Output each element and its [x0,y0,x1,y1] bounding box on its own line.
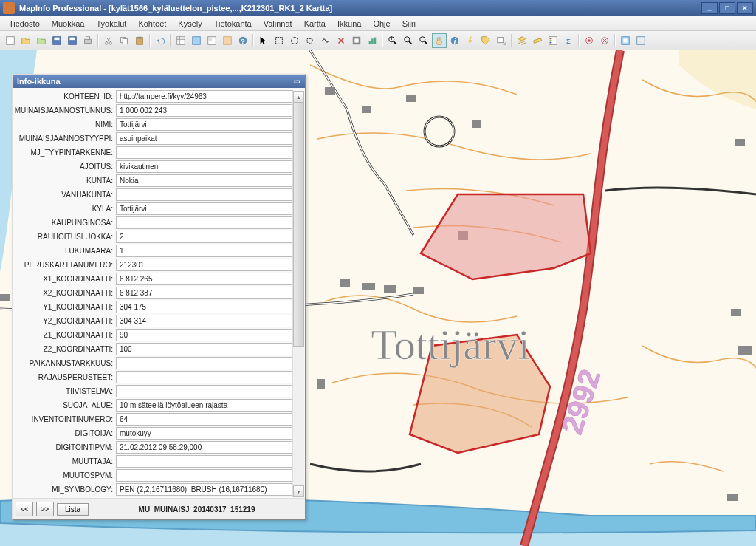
open-ws-icon[interactable] [34,33,49,48]
new-browser-icon[interactable] [173,33,188,48]
info-field-input[interactable] [116,188,293,201]
ruler-icon[interactable] [530,33,545,48]
info-field-input[interactable] [116,399,293,412]
info-field-input[interactable] [116,441,293,454]
polygon-select-icon[interactable] [303,33,317,48]
new-table-icon[interactable] [3,33,18,48]
info-field-input[interactable] [116,174,293,187]
new-layout-icon[interactable] [205,33,219,48]
info-field-input[interactable] [116,455,293,468]
graph-select-icon[interactable] [365,33,379,48]
info-field-input[interactable] [116,118,293,131]
new-redistrict-icon[interactable] [220,33,235,48]
zoom-out-icon[interactable]: − [401,33,416,48]
info-field-input[interactable] [116,146,293,159]
info-field-label: MUUTOSPVM: [14,471,116,480]
change-view-icon[interactable] [416,33,431,48]
info-field-input[interactable] [116,469,293,482]
marquee-select-icon[interactable] [272,33,286,48]
svg-rect-43 [550,40,552,41]
menu-tiedosto[interactable]: Tiedosto [3,18,46,30]
info-window-titlebar[interactable]: Info-ikkuna ▭ [13,75,305,88]
info-field-input[interactable] [116,216,293,229]
grabber-icon[interactable] [432,33,447,48]
save-icon[interactable] [65,33,80,48]
menubar: TiedostoMuokkaaTyökalutKohteetKyselyTiet… [0,16,756,31]
info-field-input[interactable] [116,483,293,496]
scrollbar-thumb[interactable] [293,103,304,347]
info-field-input[interactable] [116,413,293,426]
legend-icon[interactable] [546,33,560,48]
radius-select-icon[interactable] [287,33,302,48]
scrollbar[interactable]: ▲ ▼ [292,91,304,497]
info-field-input[interactable] [116,259,293,271]
cut-icon[interactable] [101,33,116,48]
svg-rect-12 [137,36,141,38]
minimize-icon[interactable]: ▭ [294,78,300,85]
clear-target-icon[interactable] [597,33,612,48]
save-ws-icon[interactable] [49,33,64,48]
info-field-input[interactable] [116,202,293,215]
info-field-input[interactable] [116,301,293,313]
info-field-label: Z1_KOORDINAATTI: [14,331,116,339]
info-field-row: KUNTA: [14,174,303,188]
menu-valinnat[interactable]: Valinnat [258,18,298,30]
scroll-down-icon[interactable]: ▼ [293,485,304,497]
info-field-input[interactable] [116,104,293,117]
invert-select-icon[interactable] [349,33,364,48]
label-icon[interactable] [478,33,493,48]
menu-kohteet[interactable]: Kohteet [132,18,172,30]
info-field-input[interactable] [116,371,293,383]
info-field-input[interactable] [116,273,293,285]
clip-region-icon[interactable] [618,33,633,48]
next-record-button[interactable]: >> [36,502,54,516]
set-target-icon[interactable] [582,33,597,48]
menu-muokkaa[interactable]: Muokkaa [46,18,91,30]
info-field-input[interactable] [116,160,293,173]
layer-control-icon[interactable] [515,33,529,48]
clip-on-off-icon[interactable] [633,33,648,48]
scroll-up-icon[interactable]: ▲ [293,91,304,103]
pointer-icon[interactable] [256,33,271,48]
svg-rect-50 [623,38,627,42]
menu-ohje[interactable]: Ohje [367,18,396,30]
info-field-input[interactable] [116,315,293,327]
info-field-input[interactable] [116,231,293,243]
undo-icon[interactable] [153,33,168,48]
unselect-icon[interactable] [334,33,348,48]
info-field-input[interactable] [116,427,293,440]
menu-kysely[interactable]: Kysely [172,18,207,30]
minimize-button[interactable]: _ [701,2,718,14]
close-button[interactable]: ✕ [737,2,753,14]
copy-icon[interactable] [117,33,131,48]
open-icon[interactable] [18,33,33,48]
menu-työkalut[interactable]: Työkalut [90,18,132,30]
info-field-input[interactable] [116,245,293,257]
info-field-input[interactable] [116,385,293,397]
info-tool-icon[interactable]: i [447,33,462,48]
menu-tietokanta[interactable]: Tietokanta [208,18,258,30]
svg-rect-0 [7,36,15,44]
info-field-input[interactable] [116,90,293,103]
hotlink-icon[interactable] [463,33,478,48]
info-field-input[interactable] [116,357,293,369]
info-field-label: TIIVISTELMA: [14,387,116,395]
menu-kartta[interactable]: Kartta [298,18,331,30]
print-icon[interactable] [80,33,95,48]
drag-window-icon[interactable] [494,33,509,48]
help-icon[interactable]: ? [236,33,250,48]
maximize-button[interactable]: □ [719,2,735,14]
list-button[interactable]: Lista [57,503,89,516]
info-field-input[interactable] [116,287,293,299]
prev-record-button[interactable]: << [16,502,33,516]
new-mapper-icon[interactable] [189,33,204,48]
zoom-in-icon[interactable]: + [385,33,400,48]
statistics-icon[interactable]: Σ [561,33,576,48]
info-field-input[interactable] [116,329,293,341]
info-field-input[interactable] [116,343,293,355]
menu-siiri[interactable]: Siiri [396,18,422,30]
boundary-select-icon[interactable] [318,33,333,48]
paste-icon[interactable] [132,33,147,48]
info-field-input[interactable] [116,132,293,145]
menu-ikkuna[interactable]: Ikkuna [331,18,367,30]
